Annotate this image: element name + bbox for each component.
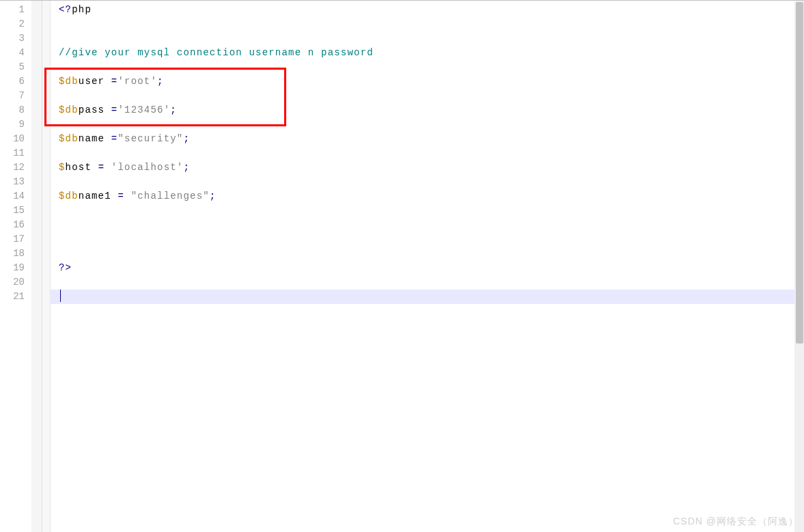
line-number: 13 bbox=[0, 175, 25, 189]
code-line[interactable] bbox=[59, 275, 804, 290]
code-line[interactable] bbox=[59, 146, 804, 160]
scrollbar-track[interactable] bbox=[794, 1, 804, 532]
line-number: 10 bbox=[0, 132, 25, 146]
code-token: php bbox=[72, 4, 92, 15]
code-token: "security" bbox=[117, 133, 183, 144]
code-token: = bbox=[117, 191, 124, 201]
line-number: 12 bbox=[0, 160, 25, 175]
code-token: 'root' bbox=[117, 76, 157, 87]
code-token: //give your mysql connection username n … bbox=[59, 47, 374, 58]
code-token: = bbox=[98, 162, 105, 173]
code-line[interactable]: ?> bbox=[59, 261, 804, 275]
code-token: <? bbox=[59, 4, 72, 15]
code-token: host bbox=[66, 162, 98, 173]
watermark-text: CSDN @网络安全（阿逸） bbox=[673, 516, 799, 528]
line-number-gutter: 123456789101112131415161718192021 bbox=[0, 1, 31, 532]
line-number: 20 bbox=[0, 275, 25, 290]
code-margin bbox=[42, 1, 51, 532]
code-token bbox=[105, 162, 111, 173]
code-editor[interactable]: 123456789101112131415161718192021 <?php/… bbox=[0, 0, 804, 532]
line-number: 11 bbox=[0, 146, 25, 160]
code-line[interactable] bbox=[59, 247, 804, 261]
code-line[interactable] bbox=[59, 117, 804, 132]
line-number: 18 bbox=[0, 247, 25, 261]
code-line[interactable] bbox=[59, 232, 804, 247]
code-token: ?> bbox=[59, 262, 72, 273]
line-number: 8 bbox=[0, 103, 25, 117]
code-line[interactable]: //give your mysql connection username n … bbox=[59, 46, 804, 60]
code-token bbox=[124, 191, 131, 201]
line-number: 19 bbox=[0, 261, 25, 275]
line-number: 1 bbox=[0, 3, 25, 17]
code-line[interactable]: $dbname ="security"; bbox=[59, 132, 804, 146]
code-token: = bbox=[111, 133, 118, 144]
code-token: = bbox=[111, 104, 118, 115]
text-cursor bbox=[60, 290, 61, 302]
code-line[interactable] bbox=[59, 17, 804, 31]
code-token: 'localhost' bbox=[111, 162, 184, 173]
code-line[interactable] bbox=[51, 290, 804, 304]
code-line[interactable]: <?php bbox=[59, 3, 804, 17]
code-token: ; bbox=[183, 133, 190, 144]
code-token: name1 bbox=[79, 191, 118, 201]
line-number: 15 bbox=[0, 204, 25, 218]
line-number: 7 bbox=[0, 89, 25, 103]
line-number: 14 bbox=[0, 189, 25, 204]
code-token: ; bbox=[210, 191, 217, 201]
code-line[interactable] bbox=[59, 31, 804, 46]
code-line[interactable]: $dbname1 = "challenges"; bbox=[59, 189, 804, 204]
line-number: 9 bbox=[0, 117, 25, 132]
code-token: user bbox=[79, 76, 111, 87]
code-token: pass bbox=[79, 104, 111, 115]
line-number: 17 bbox=[0, 232, 25, 247]
line-number: 6 bbox=[0, 74, 25, 89]
code-token: $db bbox=[59, 133, 79, 144]
code-token: '123456' bbox=[117, 104, 170, 115]
line-number: 5 bbox=[0, 60, 25, 74]
code-line[interactable]: $host = 'localhost'; bbox=[59, 160, 804, 175]
code-line[interactable] bbox=[59, 175, 804, 189]
line-number: 21 bbox=[0, 290, 25, 304]
code-line[interactable]: $dbuser ='root'; bbox=[59, 74, 804, 89]
code-line[interactable] bbox=[59, 204, 804, 218]
code-line[interactable]: $dbpass ='123456'; bbox=[59, 103, 804, 117]
code-area[interactable]: <?php//give your mysql connection userna… bbox=[51, 1, 804, 532]
code-token: $db bbox=[59, 76, 79, 87]
code-line[interactable] bbox=[59, 218, 804, 232]
code-token: = bbox=[111, 76, 118, 87]
code-token: $ bbox=[59, 162, 66, 173]
code-token: ; bbox=[170, 104, 177, 115]
code-line[interactable] bbox=[59, 60, 804, 74]
code-token: ; bbox=[157, 76, 164, 87]
line-number: 3 bbox=[0, 31, 25, 46]
code-line[interactable] bbox=[59, 89, 804, 103]
code-token: ; bbox=[183, 162, 190, 173]
line-number: 16 bbox=[0, 218, 25, 232]
code-token: $db bbox=[59, 104, 79, 115]
line-number: 2 bbox=[0, 17, 25, 31]
code-token: $db bbox=[59, 191, 79, 201]
fold-column bbox=[31, 1, 42, 532]
scrollbar-thumb[interactable] bbox=[796, 2, 803, 344]
line-number: 4 bbox=[0, 46, 25, 60]
code-token: "challenges" bbox=[131, 191, 210, 201]
code-token: name bbox=[79, 133, 111, 144]
